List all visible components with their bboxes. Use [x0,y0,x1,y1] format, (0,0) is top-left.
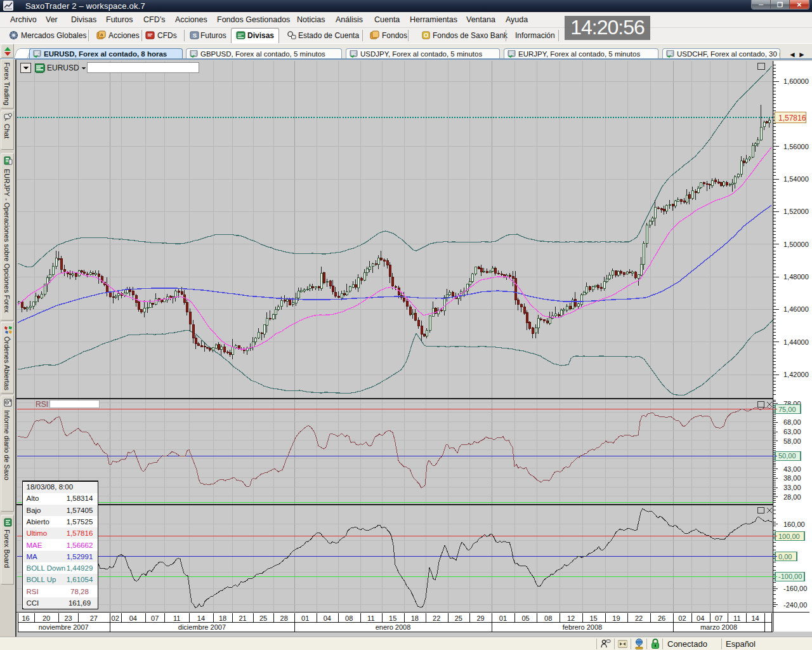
svg-text:11: 11 [173,614,180,622]
svg-text:11: 11 [733,614,740,622]
svg-text:28: 28 [280,614,288,622]
svg-text:1,57816: 1,57816 [778,114,806,123]
svg-text:1,61054: 1,61054 [67,576,93,583]
svg-text:Alto: Alto [27,494,39,502]
svg-text:14: 14 [197,614,205,622]
svg-text:22: 22 [433,614,440,622]
svg-text:1,48000: 1,48000 [783,273,809,281]
svg-text:68,00: 68,00 [783,418,801,426]
svg-text:Abierto: Abierto [27,518,49,526]
svg-text:02: 02 [678,614,686,622]
svg-text:16: 16 [22,614,29,622]
svg-text:07: 07 [715,614,723,622]
svg-text:-100,00: -100,00 [778,573,802,580]
svg-text:1,54000: 1,54000 [783,175,809,183]
svg-text:22: 22 [635,614,643,622]
svg-text:01: 01 [301,614,309,622]
svg-text:1,50000: 1,50000 [783,241,809,248]
svg-text:23: 23 [64,614,72,622]
svg-text:febrero 2008: febrero 2008 [563,623,602,631]
svg-text:08: 08 [544,614,552,622]
svg-text:MAE: MAE [27,541,43,549]
svg-text:25: 25 [455,614,462,622]
svg-text:noviembre 2007: noviembre 2007 [39,623,89,631]
svg-text:18/03/08, 8:00: 18/03/08, 8:00 [27,483,74,491]
svg-text:BOLL Down: BOLL Down [27,564,66,572]
svg-text:19: 19 [612,614,620,622]
svg-text:04: 04 [324,614,331,622]
svg-text:1,58314: 1,58314 [67,494,93,502]
svg-text:63,00: 63,00 [783,428,801,435]
svg-text:08: 08 [345,614,353,622]
svg-text:CCI: CCI [27,599,39,607]
svg-text:1,56662: 1,56662 [67,541,93,549]
svg-text:1,57816: 1,57816 [67,529,93,537]
svg-text:43,00: 43,00 [783,465,801,473]
svg-text:RSI: RSI [36,400,48,409]
svg-text:11: 11 [367,614,374,622]
svg-text:RSI: RSI [27,588,39,595]
svg-text:18: 18 [411,614,419,622]
svg-text:12: 12 [567,614,575,622]
svg-text:07: 07 [151,614,159,622]
svg-text:33,00: 33,00 [783,484,801,491]
svg-text:27: 27 [90,614,98,622]
svg-text:-160,00: -160,00 [783,585,807,592]
svg-text:1,52000: 1,52000 [783,208,809,215]
svg-text:01: 01 [499,614,507,622]
svg-text:BOLL Up: BOLL Up [27,576,56,583]
svg-text:100,00: 100,00 [778,533,800,540]
svg-text:1,44000: 1,44000 [783,338,809,346]
svg-text:14: 14 [751,614,759,622]
svg-text:Ultimo: Ultimo [27,529,48,537]
svg-text:21: 21 [239,614,246,622]
svg-text:26: 26 [658,614,665,622]
svg-text:38,00: 38,00 [783,474,801,482]
svg-text:15: 15 [589,614,597,622]
svg-text:enero 2008: enero 2008 [376,623,411,631]
svg-text:1,56000: 1,56000 [783,143,809,150]
svg-text:18: 18 [219,614,226,622]
svg-text:50,00: 50,00 [778,452,796,460]
svg-text:1,44929: 1,44929 [67,564,93,572]
svg-text:58,00: 58,00 [783,437,801,445]
svg-text:0,00: 0,00 [778,553,792,560]
svg-text:EURUSD: EURUSD [47,63,79,72]
svg-text:75,00: 75,00 [778,406,796,413]
svg-text:04: 04 [129,614,137,622]
svg-text:25: 25 [259,614,267,622]
svg-text:-240,00: -240,00 [783,601,807,609]
svg-text:1,52991: 1,52991 [67,553,93,560]
svg-text:1,42000: 1,42000 [783,371,809,378]
svg-text:marzo 2008: marzo 2008 [700,623,737,631]
svg-text:02: 02 [112,614,119,622]
svg-text:161,69: 161,69 [69,599,91,607]
svg-text:15: 15 [389,614,396,622]
svg-text:Bajo: Bajo [27,507,41,514]
svg-text:29: 29 [476,614,484,622]
svg-text:160,00: 160,00 [783,521,805,528]
svg-text:1,57405: 1,57405 [67,507,93,514]
svg-text:diciembre 2007: diciembre 2007 [178,623,226,631]
svg-text:1,60000: 1,60000 [783,77,809,85]
svg-text:20: 20 [43,614,50,622]
svg-text:S: S [193,32,197,39]
svg-text:04: 04 [697,614,704,622]
svg-text:78,28: 78,28 [70,588,89,595]
svg-text:28,00: 28,00 [783,493,801,501]
svg-text:1,46000: 1,46000 [783,305,809,313]
svg-text:05: 05 [521,614,529,622]
svg-text:MA: MA [27,553,38,560]
svg-text:1,57525: 1,57525 [67,518,93,526]
